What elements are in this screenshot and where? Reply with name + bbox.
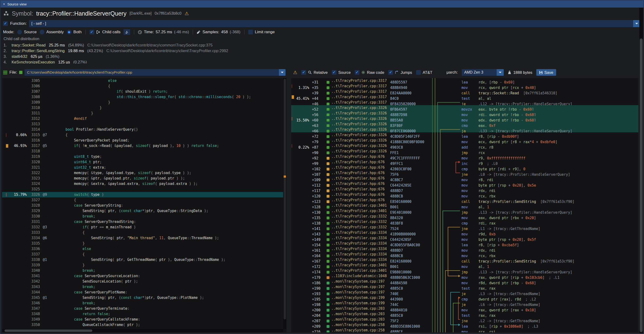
asm-row[interactable]: +216..mon\TracySystem.cpp:258488BCEmovrc… bbox=[291, 328, 638, 332]
source-line[interactable]: 0.66%3315@7 { bbox=[2, 132, 286, 138]
jumps-label[interactable]: Jumps bbox=[400, 70, 412, 75]
jumps-checkbox[interactable]: ✓ bbox=[388, 70, 393, 75]
asm-row[interactable]: +109..t\TracyProfiler.hpp:6764C8BC7movr8… bbox=[291, 176, 638, 181]
child-call-entry[interactable]: 2.tracy::Profiler::SendLongString19.88 m… bbox=[4, 48, 634, 53]
asm-row[interactable]: +174..t\TracyProfiler.cpp:3401E9B8010000… bbox=[291, 268, 638, 273]
source-line[interactable]: 46.93%3317@5 if( !m_sock->Read( &payload… bbox=[2, 143, 286, 149]
radio-assembly[interactable]: Assembly bbox=[40, 30, 64, 34]
source-line[interactable]: 3325 bbox=[2, 186, 286, 192]
source-line[interactable]: 3331 case ServerQueryThreadString: bbox=[2, 219, 286, 225]
asm-row[interactable]: +143..t\TracyProfiler.cpp:333441B90B0000… bbox=[291, 230, 638, 235]
asm-row[interactable]: +117..t\TracyProfiler.hpp:676488BD7movrd… bbox=[291, 186, 638, 192]
main-vertical-scrollbar[interactable] bbox=[639, 8, 643, 333]
asm-row[interactable]: +167..t\TracyProfiler.cpp:3334E824160000… bbox=[291, 257, 638, 263]
source-line[interactable]: 3330 break; bbox=[2, 214, 286, 219]
source-line[interactable]: 3333 { bbox=[2, 230, 286, 235]
source-line[interactable]: 3349 case ServerQueryCallstackFrame: bbox=[2, 317, 286, 322]
limit-range-toggle[interactable]: ✓ Limit range bbox=[248, 30, 275, 34]
radio-assembly-circle[interactable] bbox=[40, 30, 44, 34]
rawcode-label[interactable]: Raw code bbox=[367, 70, 384, 75]
source-line[interactable]: 3308 std::this_thread::sleep_for( std::c… bbox=[2, 94, 286, 100]
uarch-combo-arrow-icon[interactable] bbox=[497, 69, 504, 76]
radio-source-circle[interactable] bbox=[17, 30, 22, 34]
asm-row[interactable]: 0.22%+87..t\TracyProfiler.cpp:33264903C8… bbox=[291, 143, 638, 149]
source-line[interactable]: 3335 } bbox=[2, 241, 286, 246]
asm-row[interactable]: +128..t\TracyProfiler.cpp:3401B001moval,… bbox=[291, 203, 638, 208]
source-line[interactable]: 3305 else bbox=[2, 78, 286, 83]
asm-row[interactable]: +63..t\TracyProfiler.cpp:332683F80Fcmpea… bbox=[291, 122, 638, 127]
radio-both-label[interactable]: Both bbox=[74, 30, 82, 34]
source-line[interactable]: 3344 case ServerQueryPlotName: bbox=[2, 290, 286, 295]
att-toggle[interactable]: ✓ AT&T bbox=[416, 70, 432, 75]
source-line[interactable]: 3338@1 SendString( ptr, GetThreadName( p… bbox=[2, 257, 286, 263]
asm-row[interactable]: +161..t\TracyProfiler.cpp:3334488BD7movr… bbox=[291, 246, 638, 252]
source-line[interactable]: 3310 } bbox=[2, 105, 286, 111]
asm-row[interactable]: +172..t\TracyProfiler.cpp:3401B001moval,… bbox=[291, 263, 638, 268]
file-combo-arrow-icon[interactable] bbox=[279, 69, 286, 76]
source-line[interactable]: 3336 else bbox=[2, 246, 286, 252]
source-line[interactable]: 3340 break; bbox=[2, 268, 286, 273]
source-line[interactable]: 3346 break; bbox=[2, 301, 286, 306]
source-line[interactable]: 3341 case ServerQuerySourceLocation: bbox=[2, 273, 286, 279]
source-toggle[interactable]: ✓ Source bbox=[332, 70, 351, 75]
function-combo[interactable]: [ - self - ] bbox=[29, 20, 640, 27]
scrollbar-thumb[interactable] bbox=[4, 330, 92, 332]
scrollbar-thumb[interactable] bbox=[284, 79, 286, 319]
asm-row[interactable]: +130..t\TracyProfiler.cpp:3401E9E4010000… bbox=[291, 208, 638, 214]
asm-row[interactable]: +72..t\TracyProfiler.cpp:33264C8D05F146F… bbox=[291, 132, 638, 138]
radio-both[interactable]: Both bbox=[67, 30, 82, 34]
asm-row[interactable]: +138..t\TracyProfiler.cpp:3332483BF8cmpr… bbox=[291, 219, 638, 225]
limit-range-checkbox[interactable]: ✓ bbox=[248, 30, 253, 34]
radio-source-label[interactable]: Source bbox=[24, 30, 36, 34]
uarch-combo[interactable]: AMD Zen 3 bbox=[462, 69, 504, 76]
source-line[interactable]: 3342 SendSourceLocation( ptr ); bbox=[2, 279, 286, 284]
asm-row[interactable]: +56..t\TracyProfiler.cpp:3326488B7D98mov… bbox=[291, 111, 638, 116]
file-combo[interactable]: C:\Users\wolf\Desktop\darkrl\contrib\tra… bbox=[24, 69, 286, 76]
asm-row[interactable]: +46..t\TracyProfiler.cpp:33170F843502000… bbox=[291, 100, 638, 105]
source-line[interactable]: 3306 { bbox=[2, 83, 286, 89]
child-call-entry[interactable]: 3.stat64i32625 µs(1.36%) bbox=[4, 53, 634, 59]
rawcode-checkbox[interactable]: ✓ bbox=[355, 70, 360, 75]
source-pane[interactable]: 3305 else3306 {3307 if( shouldExit ) ret… bbox=[2, 78, 286, 332]
rawcode-toggle[interactable]: ✓ Raw code bbox=[355, 70, 384, 75]
radio-both-circle[interactable] bbox=[67, 30, 72, 34]
source-label[interactable]: Source bbox=[338, 70, 351, 75]
source-line[interactable]: 3319 uint8_t type; bbox=[2, 154, 286, 160]
window-titlebar[interactable]: ▼ Source view bbox=[0, 0, 644, 7]
child-calls-toggle[interactable]: ✓ Child calls bbox=[90, 30, 120, 34]
save-button[interactable]: Save bbox=[536, 69, 556, 76]
limit-range-label[interactable]: Limit range bbox=[255, 30, 275, 34]
source-horizontal-scrollbar[interactable] bbox=[2, 329, 283, 332]
source-line[interactable]: 3347 case ServerQueryTerminate: bbox=[2, 306, 286, 311]
source-line[interactable]: 3322 memcpy( &type, &payload.type, sizeo… bbox=[2, 170, 286, 176]
source-line[interactable]: 3323 memcpy( &ptr, &payload.ptr, sizeof(… bbox=[2, 176, 286, 181]
source-line[interactable]: 3332@3 if( ptr == m_mainThread ) bbox=[2, 225, 286, 230]
asm-row[interactable]: +123..t\TracyProfiler.hpp:676E850160000c… bbox=[291, 197, 638, 203]
propagate-samples-button[interactable] bbox=[124, 29, 130, 35]
source-line[interactable]: 3337 { bbox=[2, 252, 286, 257]
source-line[interactable]: 3316 ServerQueryPacket payload; bbox=[2, 138, 286, 143]
source-vertical-scrollbar[interactable] bbox=[283, 78, 286, 329]
function-checkbox[interactable]: ✓ bbox=[3, 21, 8, 26]
source-line[interactable]: 3339 } bbox=[2, 263, 286, 268]
child-call-entry[interactable]: 1.tracy::Socket::Read25.25 ms(54.89%)C:\… bbox=[4, 42, 634, 48]
child-call-entry[interactable]: 4.KeSynchronizeExecution125 µs(0.27%) bbox=[4, 59, 634, 63]
source-line[interactable]: 3311 } bbox=[2, 111, 286, 116]
att-checkbox[interactable]: ✓ bbox=[416, 70, 421, 75]
source-line[interactable]: 3343 break; bbox=[2, 284, 286, 290]
collapse-arrow-icon[interactable]: ▼ bbox=[3, 3, 5, 5]
asm-row[interactable]: +79..t\TracyProfiler.cpp:3326418B8C80E0B… bbox=[291, 138, 638, 143]
asm-row[interactable]: +141..t\TracyProfiler.cpp:33327524jne.L1… bbox=[291, 225, 638, 230]
asm-row[interactable]: +200..mon\TracySystem.cpp:203488B4010mov… bbox=[291, 306, 638, 311]
asm-row[interactable]: +193..mon\TracySystem.cpp:197740Eje.L3 -… bbox=[291, 290, 638, 295]
asm-row[interactable]: +207..mon\TracySystem.cpp:20375F2jne.L2 … bbox=[291, 317, 638, 322]
asm-row[interactable]: +179..1103\include\atomic:1048488B05B63C… bbox=[291, 273, 638, 279]
source-line[interactable]: 3321 uint32_t extra; bbox=[2, 165, 286, 170]
asm-row[interactable]: 1.31%+35..t\TracyProfiler.cpp:3317488B49… bbox=[291, 83, 638, 89]
source-line[interactable]: 3348 return false; bbox=[2, 311, 286, 317]
source-line[interactable]: 3312 #endif bbox=[2, 116, 286, 122]
assembly-pane[interactable]: +31..t\TracyProfiler.cpp:3317488D5597lea… bbox=[291, 78, 638, 332]
radio-source[interactable]: Source bbox=[17, 30, 36, 34]
asm-row[interactable]: +66..t\TracyProfiler.cpp:33260F87CE06000… bbox=[291, 127, 638, 132]
source-line[interactable]: 3318 bbox=[2, 149, 286, 154]
